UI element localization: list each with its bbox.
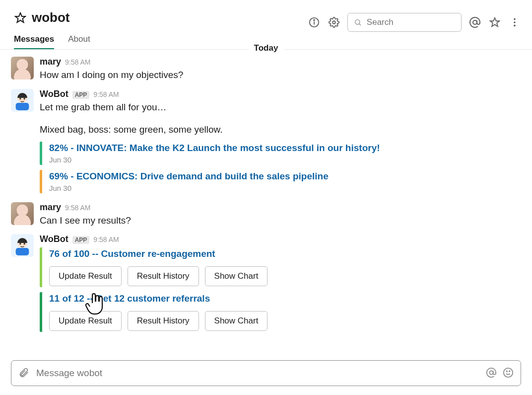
svg-point-3	[314, 20, 315, 21]
attachment-date: Jun 30	[49, 184, 521, 192]
attachment: 69% - ECONOMICS: Drive demand and build …	[40, 170, 521, 193]
message-list: mary 9:58 AM How am I doing on my object…	[0, 50, 532, 336]
show-chart-button[interactable]: Show Chart	[205, 266, 268, 286]
svg-rect-19	[16, 248, 29, 255]
composer-input[interactable]	[35, 367, 480, 379]
attach-icon[interactable]	[18, 367, 29, 380]
tabs: Messages About	[14, 34, 90, 50]
svg-point-4	[332, 21, 335, 24]
svg-point-17	[19, 243, 21, 244]
result-history-button[interactable]: Result History	[128, 266, 199, 286]
message-body: Let me grab them all for you…	[40, 100, 521, 114]
title-area: wobot Messages About	[14, 10, 90, 50]
mention-icon[interactable]	[486, 367, 497, 380]
star-icon[interactable]	[14, 11, 27, 24]
attachment-title[interactable]: 69% - ECONOMICS: Drive demand and build …	[49, 171, 521, 182]
svg-point-9	[514, 18, 516, 20]
svg-marker-8	[490, 18, 499, 26]
message-row: mary 9:58 AM How am I doing on my object…	[11, 55, 521, 84]
timestamp[interactable]: 9:58 AM	[93, 90, 119, 98]
search-input[interactable]	[366, 17, 455, 28]
avatar[interactable]	[11, 234, 34, 257]
message-row: WoBot APP 9:58 AM Let me grab them all f…	[11, 87, 521, 197]
tab-messages[interactable]: Messages	[14, 34, 54, 50]
timestamp[interactable]: 9:58 AM	[93, 236, 119, 243]
svg-point-11	[514, 25, 516, 27]
sender-name[interactable]: WoBot	[40, 234, 68, 244]
message-body: Mixed bag, boss: some green, some yellow…	[40, 123, 521, 137]
timestamp[interactable]: 9:58 AM	[65, 58, 90, 66]
result-history-button[interactable]: Result History	[128, 311, 199, 331]
avatar[interactable]	[11, 89, 34, 112]
svg-point-22	[506, 371, 507, 372]
today-label: Today	[248, 42, 284, 54]
sender-name[interactable]: WoBot	[40, 89, 68, 99]
svg-marker-0	[15, 13, 25, 22]
svg-point-7	[473, 20, 477, 24]
more-icon[interactable]	[508, 16, 521, 29]
app-badge: APP	[72, 91, 90, 99]
page-title: wobot	[32, 10, 70, 25]
update-result-button[interactable]: Update Result	[49, 311, 122, 331]
message-body: How am I doing on my objectives?	[40, 68, 521, 82]
mention-icon[interactable]	[468, 16, 481, 29]
sender-name[interactable]: mary	[40, 57, 61, 67]
svg-point-18	[24, 243, 25, 244]
search-icon	[354, 18, 362, 27]
message-composer[interactable]	[11, 360, 521, 386]
emoji-icon[interactable]	[503, 367, 514, 380]
app-badge: APP	[72, 236, 90, 244]
star-outline-icon[interactable]	[488, 16, 501, 29]
svg-point-14	[24, 98, 25, 99]
result-attachment: 11 of 12 -- Get 12 customer referrals Up…	[40, 292, 521, 332]
result-attachment: 76 of 100 -- Customer re-engagement Upda…	[40, 247, 521, 287]
update-result-button[interactable]: Update Result	[49, 266, 122, 286]
sender-name[interactable]: mary	[40, 202, 61, 213]
avatar[interactable]	[11, 57, 34, 79]
svg-point-20	[489, 371, 493, 374]
day-divider: Today	[0, 49, 532, 50]
avatar[interactable]	[11, 202, 34, 225]
svg-point-13	[19, 98, 21, 99]
result-title[interactable]: 76 of 100 -- Customer re-engagement	[49, 248, 521, 259]
show-chart-button[interactable]: Show Chart	[205, 311, 268, 331]
svg-point-23	[509, 371, 510, 372]
search-box[interactable]	[347, 13, 462, 32]
svg-point-5	[355, 20, 360, 24]
header-actions	[308, 13, 521, 32]
attachment-title[interactable]: 82% - INNOVATE: Make the K2 Launch the m…	[49, 143, 521, 154]
message-body: Can I see my results?	[40, 214, 521, 228]
tab-about[interactable]: About	[68, 34, 90, 50]
message-row: WoBot APP 9:58 AM 76 of 100 -- Customer …	[11, 232, 521, 336]
result-title[interactable]: 11 of 12 -- Get 12 customer referrals	[49, 293, 521, 304]
attachment-date: Jun 30	[49, 156, 521, 164]
timestamp[interactable]: 9:58 AM	[65, 204, 90, 212]
info-icon[interactable]	[308, 16, 321, 29]
gear-icon[interactable]	[328, 16, 340, 29]
svg-point-10	[514, 21, 516, 23]
svg-line-6	[359, 24, 361, 25]
svg-rect-15	[16, 103, 29, 110]
attachment: 82% - INNOVATE: Make the K2 Launch the m…	[40, 142, 521, 165]
message-row: mary 9:58 AM Can I see my results?	[11, 200, 521, 230]
svg-point-21	[504, 368, 513, 377]
